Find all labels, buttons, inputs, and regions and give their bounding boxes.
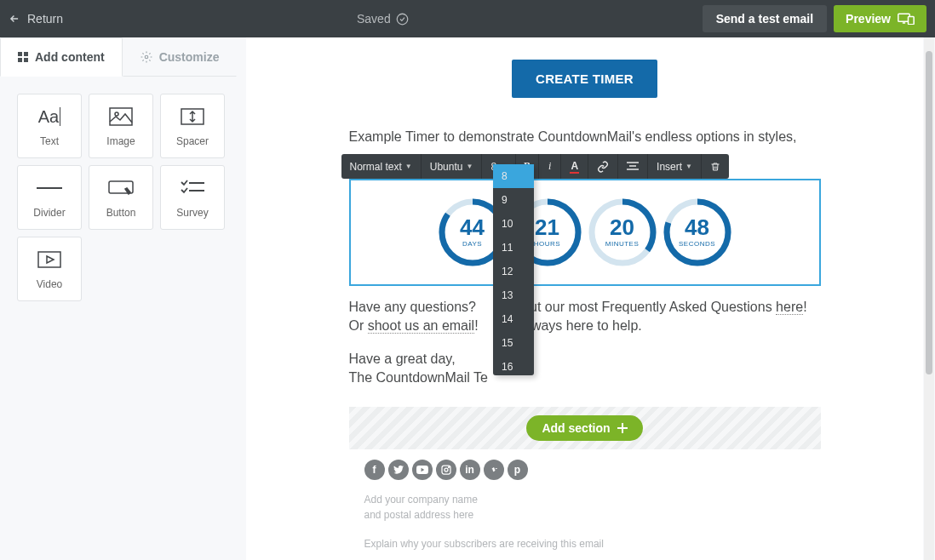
content-label: Survey [176,207,208,219]
sidebar-tabs: Add content Customize [0,37,246,77]
size-option[interactable]: 15 [493,331,534,355]
devices-icon [898,13,915,25]
plus-icon [617,423,628,433]
svg-rect-2 [909,17,915,25]
linkedin-icon[interactable]: in [460,460,480,480]
format-dropdown[interactable]: Normal text▼ [341,154,422,179]
svg-point-29 [448,466,449,467]
align-button[interactable] [618,154,648,179]
canvas: CREATE TIMER Example Timer to demonstrat… [246,37,923,560]
content-video[interactable]: Video [17,237,82,301]
preview-button[interactable]: Preview [834,5,926,32]
svg-rect-8 [110,108,132,125]
return-label: Return [27,12,63,26]
tab-customize[interactable]: Customize [123,37,238,77]
return-button[interactable]: Return [9,12,63,26]
tab-add-content[interactable]: Add content [0,37,123,77]
timer-value: 20 [588,214,657,241]
insert-label: Insert [657,161,682,173]
create-timer-button[interactable]: CREATE TIMER [512,60,657,98]
gear-icon [141,51,152,63]
vimeo-icon[interactable] [484,460,504,480]
timer-minutes: 20 MINUTES [588,197,657,267]
timer-label: MINUTES [588,240,657,248]
timer-label: SECONDS [663,240,732,248]
trash-icon [710,161,720,173]
add-section-label: Add section [542,421,610,435]
content-spacer[interactable]: Spacer [160,94,225,158]
font-label: Ubuntu [430,161,463,173]
size-option[interactable]: 16 [493,355,534,375]
instagram-icon[interactable] [436,460,456,480]
content-label: Spacer [176,135,209,147]
size-dropdown-menu: 8910111213141516 [493,164,534,375]
size-option[interactable]: 10 [493,212,534,236]
timer-seconds: 48 SECONDS [663,197,732,267]
size-option[interactable]: 13 [493,283,534,307]
facebook-icon[interactable]: f [364,460,385,480]
saved-label: Saved [357,12,391,26]
size-option[interactable]: 14 [493,307,534,331]
svg-rect-3 [18,52,22,56]
divider-icon [37,186,62,190]
size-option[interactable]: 9 [493,188,534,212]
timer-block[interactable]: 44 DAYS 21 HOURS 20 MINUTES 48 SECONDS [349,179,821,286]
footer-company: Add your company name [364,492,806,507]
content-text[interactable]: Aa Text [17,94,82,158]
content-label: Text [40,135,59,147]
link-button[interactable] [588,154,618,179]
signoff-2: The CountdownMail Te [349,369,821,387]
top-bar: Return Saved Send a test email Preview [0,0,935,37]
svg-point-7 [145,55,148,59]
content-label: Button [106,207,136,219]
italic-button[interactable]: i [539,154,561,179]
save-status: Saved [357,12,409,26]
example-text: Example Timer to demonstrate CountdownMa… [349,127,821,147]
scrollbar-thumb[interactable] [926,51,932,374]
preview-label: Preview [846,12,891,26]
content-label: Divider [33,207,65,219]
email-footer: f in p Add your company name and postal … [349,449,821,560]
footer-postal: and postal address here [364,507,806,523]
social-row: f in p [364,460,806,480]
svg-rect-6 [24,58,28,62]
rte-toolbar: Normal text▼ Ubuntu▼ 8▼ B i A Insert▼ [341,154,729,179]
add-section-button[interactable]: Add section [526,415,642,441]
scrollbar[interactable] [924,37,934,560]
image-icon [109,107,133,126]
delete-button[interactable] [702,154,729,179]
youtube-icon[interactable] [412,460,433,480]
insert-dropdown[interactable]: Insert▼ [648,154,702,179]
footer-explain: Explain why your subscribers are receivi… [364,538,806,550]
content-label: Image [106,135,135,147]
arrow-left-icon [9,13,20,25]
email-link[interactable]: shoot us an email [368,318,474,334]
text-color-button[interactable]: A [561,154,588,179]
svg-point-28 [445,468,448,471]
pinterest-icon[interactable]: p [508,460,528,480]
check-circle-icon [396,13,409,26]
content-divider[interactable]: Divider [17,165,82,230]
size-option[interactable]: 11 [493,236,534,260]
size-option[interactable]: 8 [493,164,534,188]
twitter-icon[interactable] [388,460,409,480]
body-paragraph: Have any questions? Check out our most F… [349,298,821,336]
svg-point-0 [397,14,408,25]
content-button[interactable]: Button [89,165,153,230]
svg-rect-4 [24,52,28,56]
send-test-button[interactable]: Send a test email [703,5,827,32]
content-label: Video [37,278,62,290]
font-dropdown[interactable]: Ubuntu▼ [422,154,483,179]
size-option[interactable]: 12 [493,260,534,283]
spacer-icon [181,108,204,125]
align-icon [627,162,639,172]
signoff-1: Have a great day, [349,350,821,369]
tab-label: Customize [159,50,220,64]
link-icon [597,161,609,173]
tab-label: Add content [35,50,105,64]
video-icon [37,251,61,268]
content-survey[interactable]: Survey [160,165,225,230]
svg-point-9 [115,112,118,116]
faq-link[interactable]: here [776,300,803,315]
content-image[interactable]: Image [89,94,153,158]
